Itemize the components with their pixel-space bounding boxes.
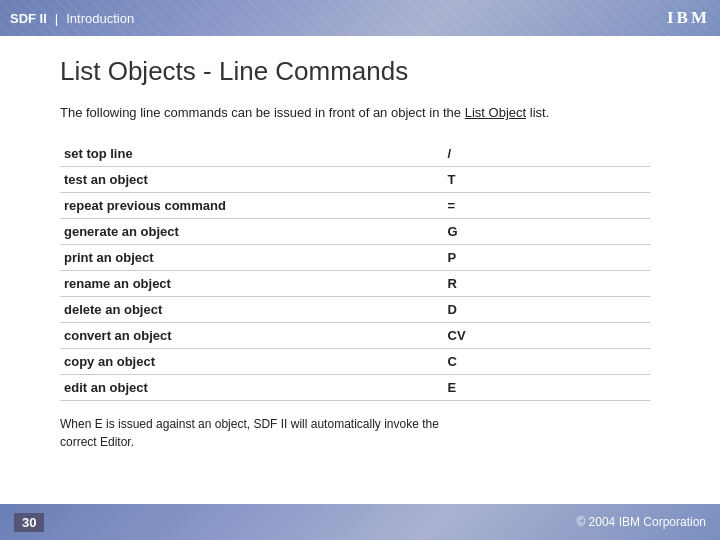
table-row: repeat previous command= <box>60 192 650 218</box>
footer-note-line2: correct Editor. <box>60 435 134 449</box>
table-row: test an objectT <box>60 166 650 192</box>
command-description: set top line <box>60 141 444 167</box>
header-bar: SDF II | Introduction IBM <box>0 0 720 36</box>
command-description: rename an object <box>60 270 444 296</box>
table-row: delete an objectD <box>60 296 650 322</box>
table-row: generate an objectG <box>60 218 650 244</box>
table-row: rename an objectR <box>60 270 650 296</box>
command-description: delete an object <box>60 296 444 322</box>
table-row: copy an objectC <box>60 348 650 374</box>
command-description: generate an object <box>60 218 444 244</box>
command-key: / <box>444 141 651 167</box>
page-title: List Objects - Line Commands <box>60 56 650 87</box>
product-label: SDF II <box>10 11 47 26</box>
table-row: print an objectP <box>60 244 650 270</box>
footer-note: When E is issued against an object, SDF … <box>60 415 650 451</box>
section-label: Introduction <box>66 11 134 26</box>
ibm-logo-text: IBM <box>667 8 710 28</box>
table-row: edit an objectE <box>60 374 650 400</box>
intro-italic-text: List Object <box>465 105 526 120</box>
footer-note-line1: When E is issued against an object, SDF … <box>60 417 439 431</box>
header-left: SDF II | Introduction <box>10 11 134 26</box>
command-key: G <box>444 218 651 244</box>
command-description: copy an object <box>60 348 444 374</box>
intro-paragraph: The following line commands can be issue… <box>60 103 650 123</box>
table-row: convert an objectCV <box>60 322 650 348</box>
main-content: List Objects - Line Commands The followi… <box>0 36 720 504</box>
command-key: E <box>444 374 651 400</box>
command-key: CV <box>444 322 651 348</box>
command-description: edit an object <box>60 374 444 400</box>
page-number: 30 <box>14 513 44 532</box>
commands-list: set top line/test an objectTrepeat previ… <box>60 141 650 401</box>
command-description: convert an object <box>60 322 444 348</box>
intro-text-before: The following line commands can be issue… <box>60 105 461 120</box>
copyright-text: © 2004 IBM Corporation <box>576 515 706 529</box>
commands-table: set top line/test an objectTrepeat previ… <box>60 141 650 401</box>
command-key: D <box>444 296 651 322</box>
command-key: R <box>444 270 651 296</box>
command-key: P <box>444 244 651 270</box>
footer-bar: 30 © 2004 IBM Corporation <box>0 504 720 540</box>
intro-end: list. <box>530 105 550 120</box>
command-description: repeat previous command <box>60 192 444 218</box>
ibm-logo: IBM <box>667 8 710 28</box>
command-description: test an object <box>60 166 444 192</box>
command-key: C <box>444 348 651 374</box>
section-separator: | <box>55 11 58 26</box>
command-description: print an object <box>60 244 444 270</box>
command-key: = <box>444 192 651 218</box>
table-row: set top line/ <box>60 141 650 167</box>
command-key: T <box>444 166 651 192</box>
